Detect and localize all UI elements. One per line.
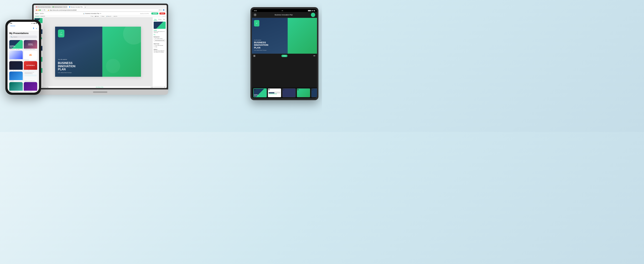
headline-2: INNOVATION [58,65,76,68]
format-tab-format[interactable]: FORMAT [35,16,40,17]
date-row: Date [154,46,166,48]
tablet-bottom-tools: ⊞ Chat ✏ [252,54,317,58]
slide-right-panel [102,27,141,77]
tablet-strip-thumb-2[interactable]: 2 [268,88,281,97]
strip-num-1: 1 [254,89,255,90]
browser-tab-1[interactable]: The Lost City of the Clouds -... ✕ [35,6,51,8]
reload-button[interactable]: ↻ [44,9,45,11]
bookmark-icon[interactable]: ☆ [161,9,162,11]
phone-card-ux-label: UX Research Report [24,80,37,81]
fill-row: Fill Follow Layout [154,38,166,39]
menu-file[interactable]: FILE ▾ [35,13,39,14]
phone-search-bar[interactable]: 🔍 Search [9,36,37,38]
zoom-slider[interactable] [154,87,163,88]
phone-card-legend-label: The Legend of ... [24,91,37,92]
browser-tab-3[interactable]: Business Innovation Plan - Zo... ✕ [68,6,84,8]
tablet-strip-thumb-1[interactable]: BUSINESSINNOVATIONPLAN 1 [253,88,267,97]
tablet-strip-thumb-3[interactable]: 3 [282,88,296,97]
view-mode-selector[interactable]: Normal View [42,86,48,88]
tablet-strip-thumb-4[interactable]: 4 [297,88,310,97]
tablet-strip-thumb-5[interactable]: 5 [311,88,317,97]
laptop-device: The Lost City of the Clouds -... ✕ Marke… [32,4,168,96]
strip-num-3: 3 [283,89,284,90]
tablet-signal-icon: ▮▮▮▮ [308,10,311,12]
edit-master-button[interactable]: Edit Master Slide [96,86,104,88]
app-toolbar: FILE ▾ SLIDE ▾ 📊 Business Innovation Pla… [34,12,167,15]
save-status: Saved at 5:32 PM [140,13,149,14]
share-button[interactable]: SHARE [151,12,158,14]
phone-card-product[interactable]: Product Overview [9,82,23,92]
phone-nav-back[interactable]: ‹ Browse [9,25,37,27]
redo-button[interactable]: ↪ [164,16,165,17]
tablet-grid-icon[interactable]: ⊞ [253,54,256,57]
date-checkbox[interactable] [154,46,155,48]
address-bar[interactable]: 🔒 https://show.zoho.com/show/open/sf2ah1… [46,9,159,11]
format-tab-slide[interactable]: Slide [154,18,157,20]
slide-subtitle: Coris, Medical Watch Prototype [58,72,100,73]
format-tab-slide2[interactable]: Slide [162,18,166,20]
add-icon[interactable]: + [36,27,37,30]
phone-card-managed[interactable]: Managed IT Services [9,50,23,60]
app-document-title[interactable]: Business Innovation Plan [85,13,100,14]
phone-card-auto[interactable]: AUTOMOBILE Automobile [24,61,37,71]
browser-tabs: The Lost City of the Clouds -... ✕ Marke… [35,6,166,8]
slide-logo: ✓ Coris [58,30,64,38]
notes-button[interactable]: Notes [150,86,153,88]
hide-bg-button[interactable]: Hide Background Grap [154,39,166,42]
browser-tab-2[interactable]: Marketing Report - Zoho She... ✕ [51,6,67,8]
phone-section-title: My Presentations [8,31,39,35]
play-button[interactable]: PLAY [160,12,165,14]
phone-card-port[interactable]: Portfolio [9,72,23,81]
tool-dataart[interactable]: 📊 Data Art [106,16,111,17]
show-slide-num-checkbox[interactable] [154,45,155,46]
download-icon[interactable]: ⬇ [33,27,34,30]
hide-slide-option[interactable]: Hide Slide (During Slideshow) [154,50,166,51]
app-document-icon: 📊 [83,13,84,14]
maximize-traffic-light[interactable] [39,10,40,11]
undo-button[interactable]: ↩ [163,16,164,17]
slide-tagline: Your life watcher [58,59,100,60]
re-button[interactable]: Re... [154,34,166,35]
back-nav-button[interactable]: ‹ [41,9,42,11]
tablet-chat-button[interactable]: Chat [282,55,288,57]
profile-icon[interactable]: 👤 [163,9,164,11]
tool-addon[interactable]: + Add-On [113,16,117,17]
minimize-traffic-light[interactable] [38,10,39,11]
phone-card-emp[interactable]: EmployeeOnboarding Employee Onboarding [24,40,37,50]
tablet-user-avatar[interactable] [311,13,315,17]
share-icon-btn[interactable]: ↑ [150,13,150,14]
fill-checkbox[interactable] [154,38,155,39]
phone-card-port-label: Portfolio [9,80,23,81]
phone-card-legend[interactable]: The Legend of ... [24,82,37,92]
tool-text[interactable]: T Text [90,16,94,17]
format-tab-animate[interactable]: ANIMATE [40,16,45,17]
laptop-notch [93,92,107,93]
phone-card-bip[interactable]: BUSINESSINNOVATIONPLAN Business I...tion… [9,40,23,50]
menu-slide[interactable]: SLIDE ▾ [40,13,44,14]
tablet-close-button[interactable]: ✕ [254,14,256,16]
phone-card-illus[interactable]: Ai Illustrator [24,50,37,60]
format-slide-preview [154,22,166,29]
footer-section-title: Slide Footer [154,43,166,44]
tool-group-edit: ↩ ↪ [163,16,165,17]
back-label[interactable]: Browse [10,25,16,27]
phone-card-illus-label: Illustrator [24,59,37,60]
search-icon: 🔍 [11,36,12,38]
close-traffic-light[interactable] [36,10,37,11]
tablet-edit-icon[interactable]: ✏ [314,54,316,57]
change-button[interactable]: Change [154,30,166,30]
app-title-edit-icon[interactable]: ✏ [100,13,101,14]
strip-num-5: 5 [312,89,313,90]
forward-nav-button[interactable]: › [42,9,43,11]
format-tab-themes[interactable]: Themes [158,18,162,20]
phone-card-sales[interactable]: Sales Pro...boarding [9,61,23,71]
download-browser-icon[interactable]: ⬇ [160,9,160,11]
lock-slide-option[interactable]: Lock Slide(s) (From Editing) [154,52,166,52]
tool-share[interactable]: ⇧ Share [100,16,104,17]
browser-chrome: The Lost City of the Clouds -... ✕ Marke… [34,5,167,12]
phone-card-ux[interactable]: UX Research Report [24,72,37,81]
new-tab-button[interactable]: + [84,6,86,8]
tool-media[interactable]: ◼ Media [95,16,99,17]
tablet-status-dots: ••• [282,10,283,12]
app-right-actions: Saved at 5:32 PM ↑ SHARE PLAY [140,12,165,14]
